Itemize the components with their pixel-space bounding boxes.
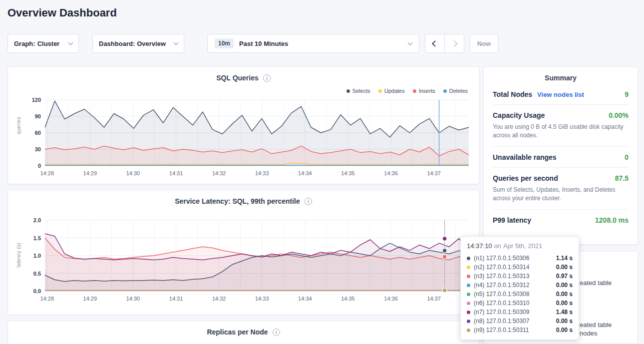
graph-dropdown[interactable]: Graph:Cluster <box>7 34 79 53</box>
node-latency-value: 0.00 s <box>556 264 573 271</box>
legend-label: Updates <box>384 88 405 94</box>
event-item-text[interactable]: eated table <box>580 279 612 287</box>
info-icon[interactable] <box>305 198 312 205</box>
chevron-down-icon <box>174 40 179 45</box>
dashboard-dropdown-text: Dashboard:Overview <box>99 40 166 47</box>
overview-dashboard-page: Overview Dashboard Graph:Cluster Dashboa… <box>0 0 644 344</box>
tooltip-row-n6: (n6) 127.0.0.1:50310 0.00 s <box>467 299 573 308</box>
node-address: (n5) 127.0.0.1:50308 <box>474 291 529 298</box>
legend-dot <box>413 89 416 93</box>
summary-row-p99-latency: P99 latency 1208.0 ms <box>493 210 629 230</box>
chart-hover-tooltip: 14:37:10onApr 5th, 2021 (n1) 127.0.0.1:5… <box>460 236 579 340</box>
svg-text:14:29: 14:29 <box>83 170 97 176</box>
summary-title: Summary <box>493 74 629 84</box>
node-latency-value: 0.00 s <box>556 282 573 289</box>
summary-row-unavailable-ranges: Unavailable ranges 0 <box>493 147 629 168</box>
summary-row-queries-per-second: Queries per second 87.5 Sum of Selects, … <box>493 168 629 210</box>
node-latency-value: 0.97 s <box>556 273 573 280</box>
summary-panel: Summary Total Nodes View nodes list 9 Ca… <box>483 66 638 245</box>
svg-text:14:31: 14:31 <box>169 170 183 176</box>
node-latency-value: 0.00 s <box>556 327 573 334</box>
service-latency-chart-title: Service Latency: SQL, 99th percentile <box>175 197 300 205</box>
previous-time-window-button[interactable] <box>425 34 445 53</box>
now-button[interactable]: Now <box>470 34 498 53</box>
p99-latency-label: P99 latency <box>493 216 531 224</box>
node-address: (n4) 127.0.0.1:50312 <box>474 282 529 289</box>
node-color-dot <box>467 257 470 260</box>
tooltip-row-n5: (n5) 127.0.0.1:50308 0.00 s <box>467 290 573 299</box>
event-item-text[interactable]: eated table <box>580 321 612 329</box>
svg-text:60: 60 <box>35 130 41 136</box>
legend-label: Inserts <box>419 88 435 94</box>
total-nodes-value: 9 <box>625 90 629 98</box>
svg-text:0: 0 <box>38 163 41 169</box>
node-color-dot <box>467 311 470 314</box>
svg-text:14:33: 14:33 <box>255 296 269 302</box>
svg-text:0.5: 0.5 <box>33 271 41 277</box>
svg-text:14:28: 14:28 <box>40 170 54 176</box>
time-range-selector[interactable]: 10m Past 10 Minutes <box>207 34 419 53</box>
unavailable-ranges-label: Unavailable ranges <box>493 153 557 161</box>
sql-queries-chart[interactable]: 14:2814:2914:3014:3114:3214:3314:3414:35… <box>13 95 475 180</box>
dashboard-dropdown[interactable]: Dashboard:Overview <box>92 34 184 53</box>
legend-item-updates[interactable]: Updates <box>378 88 405 94</box>
svg-text:1.5: 1.5 <box>33 235 41 241</box>
tooltip-header: 14:37:10onApr 5th, 2021 <box>467 242 573 250</box>
node-address: (n1) 127.0.0.1:50306 <box>474 255 529 262</box>
time-step-buttons <box>425 34 464 53</box>
time-window-badge: 10m <box>215 38 234 48</box>
tooltip-preposition: on <box>494 242 501 250</box>
next-time-window-button[interactable] <box>444 34 464 53</box>
service-latency-chart[interactable]: 14:2814:2914:3014:3114:3214:3314:3414:35… <box>13 215 475 305</box>
tooltip-time: 14:37:10 <box>467 242 492 250</box>
tooltip-row-n4: (n4) 127.0.0.1:50312 0.00 s <box>467 281 573 290</box>
sql-queries-legend: SelectsUpdatesInsertsDeletes <box>346 88 468 94</box>
queries-per-second-value: 87.5 <box>615 174 629 182</box>
node-color-dot <box>467 329 470 332</box>
svg-text:14:36: 14:36 <box>384 170 398 176</box>
capacity-usage-description: You are using 0 B of 4.5 GiB usable disk… <box>493 123 629 140</box>
svg-text:30: 30 <box>35 146 41 152</box>
legend-item-deletes[interactable]: Deletes <box>443 88 468 94</box>
svg-text:90: 90 <box>35 113 41 119</box>
node-color-dot <box>467 302 470 305</box>
svg-text:14:35: 14:35 <box>341 296 355 302</box>
graph-dropdown-label: Graph: <box>14 40 35 47</box>
info-icon[interactable] <box>263 74 271 82</box>
node-latency-value: 1.14 s <box>556 255 573 262</box>
node-color-dot <box>467 275 470 278</box>
service-latency-card: Service Latency: SQL, 99th percentile la… <box>7 190 479 315</box>
queries-per-second-label: Queries per second <box>493 174 558 182</box>
node-latency-value: 0.00 s <box>556 318 573 325</box>
summary-row-total-nodes: Total Nodes View nodes list 9 <box>493 84 629 105</box>
legend-dot <box>443 89 447 93</box>
sql-queries-chart-title: SQL Queries <box>216 74 259 82</box>
legend-label: Selects <box>352 88 370 94</box>
node-latency-value: 1.48 s <box>556 309 573 316</box>
queries-per-second-description: Sum of Selects, Updates, Inserts, and De… <box>493 186 629 203</box>
p99-latency-value: 1208.0 ms <box>595 216 629 224</box>
event-item-text[interactable]: nodes <box>580 330 597 337</box>
svg-text:14:33: 14:33 <box>255 170 269 176</box>
node-address: (n9) 127.0.0.1:50311 <box>474 327 529 334</box>
legend-item-inserts[interactable]: Inserts <box>413 88 435 94</box>
svg-text:2.0: 2.0 <box>33 217 41 223</box>
svg-text:1.0: 1.0 <box>33 253 41 259</box>
legend-item-selects[interactable]: Selects <box>346 88 370 94</box>
node-latency-value: 0.00 s <box>556 291 573 298</box>
chevron-down-icon <box>68 40 73 45</box>
legend-label: Deletes <box>449 88 468 94</box>
chart-title-row: Replicas per Node <box>8 321 479 336</box>
svg-text:14:28: 14:28 <box>40 296 54 302</box>
chevron-down-icon <box>408 40 413 45</box>
summary-row-capacity-usage: Capacity Usage 0.00% You are using 0 B o… <box>493 105 629 147</box>
svg-text:14:30: 14:30 <box>126 170 140 176</box>
info-icon[interactable] <box>273 329 280 336</box>
node-address: (n3) 127.0.0.1:50313 <box>474 273 529 280</box>
svg-text:14:30: 14:30 <box>126 296 140 302</box>
time-window-label: Past 10 Minutes <box>239 40 288 47</box>
view-nodes-list-link[interactable]: View nodes list <box>537 91 584 98</box>
node-color-dot <box>467 266 470 269</box>
replicas-per-node-chart-title: Replicas per Node <box>207 328 268 336</box>
node-color-dot <box>467 284 470 287</box>
